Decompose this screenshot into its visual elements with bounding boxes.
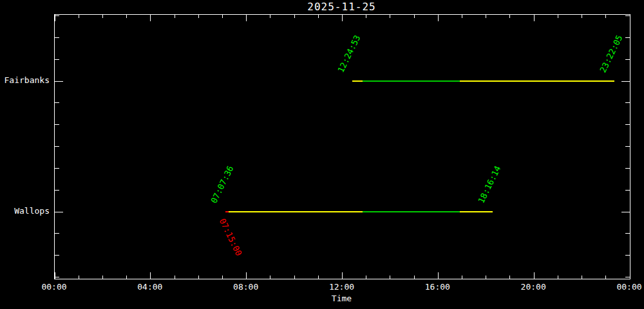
x-major-tick — [342, 15, 343, 21]
y-minor-tick — [625, 277, 630, 277]
x-minor-tick — [270, 15, 270, 18]
y-minor-tick — [625, 255, 630, 256]
x-major-tick — [438, 272, 439, 279]
x-tick-label: 00:00 — [32, 282, 77, 292]
x-major-tick — [150, 272, 151, 279]
x-minor-tick — [366, 276, 366, 279]
y-minor-tick — [625, 124, 630, 125]
y-major-tick — [55, 81, 63, 82]
x-major-tick — [438, 15, 439, 21]
pass-time-label: 12:24:53 — [336, 33, 362, 74]
y-axis-label-fairbanks: Fairbanks — [0, 75, 50, 85]
pass-time-label: 07:15:00 — [217, 217, 243, 258]
y-major-tick — [621, 212, 630, 212]
pass-line-segment — [352, 80, 363, 82]
x-minor-tick — [318, 15, 319, 18]
x-tick-label: 16:00 — [415, 282, 460, 292]
x-minor-tick — [558, 276, 558, 279]
y-axis-label-wallops: Wallops — [0, 206, 50, 216]
x-major-tick — [150, 15, 151, 21]
pass-time-label: 07:07:36 — [209, 164, 236, 205]
x-minor-tick — [390, 15, 390, 18]
x-minor-tick — [79, 15, 79, 18]
x-minor-tick — [102, 15, 103, 18]
x-minor-tick — [198, 276, 199, 279]
x-minor-tick — [294, 276, 295, 279]
x-minor-tick — [414, 15, 415, 18]
x-minor-tick — [222, 276, 223, 279]
y-minor-tick — [625, 233, 630, 234]
x-major-tick — [534, 15, 535, 21]
x-tick-label: 20:00 — [511, 282, 556, 292]
y-minor-tick — [55, 190, 59, 191]
x-minor-tick — [270, 276, 270, 279]
pass-line-segment — [229, 211, 363, 212]
pass-line-segment — [460, 80, 615, 82]
x-minor-tick — [486, 15, 486, 18]
x-major-tick — [55, 272, 55, 279]
x-minor-tick — [126, 15, 127, 18]
x-axis-title: Time — [54, 294, 629, 303]
y-minor-tick — [625, 15, 630, 16]
y-minor-tick — [625, 59, 630, 60]
x-minor-tick — [462, 15, 462, 18]
y-minor-tick — [55, 146, 59, 147]
x-minor-tick — [486, 276, 486, 279]
x-minor-tick — [175, 15, 175, 18]
x-minor-tick — [175, 276, 175, 279]
pass-line-segment — [460, 211, 493, 212]
y-minor-tick — [625, 146, 630, 147]
x-minor-tick — [366, 15, 366, 18]
pass-time-label: 23:22:05 — [598, 33, 625, 74]
x-tick-label: 12:00 — [319, 282, 365, 292]
y-minor-tick — [55, 102, 59, 103]
x-minor-tick — [126, 276, 127, 279]
x-tick-label: 04:00 — [128, 282, 173, 292]
timeline-chart: 2025-11-25 12:24:5323:22:0507:07:3618:16… — [0, 0, 644, 309]
x-minor-tick — [462, 276, 462, 279]
y-major-tick — [55, 212, 63, 212]
x-minor-tick — [222, 15, 223, 18]
y-minor-tick — [625, 190, 630, 191]
x-tick-label: 08:00 — [223, 282, 269, 292]
y-minor-tick — [55, 168, 59, 169]
x-major-tick — [246, 15, 247, 21]
y-minor-tick — [55, 59, 59, 60]
x-major-tick — [246, 272, 247, 279]
chart-title: 2025-11-25 — [54, 1, 629, 13]
plot-area: 12:24:5323:22:0507:07:3618:16:1407:15:00 — [54, 14, 630, 279]
x-major-tick — [630, 272, 630, 279]
x-minor-tick — [582, 15, 582, 18]
x-major-tick — [342, 272, 343, 279]
pass-line-segment — [363, 211, 460, 212]
x-minor-tick — [198, 15, 199, 18]
x-minor-tick — [414, 276, 415, 279]
y-minor-tick — [55, 37, 59, 38]
y-minor-tick — [55, 277, 59, 277]
y-minor-tick — [625, 168, 630, 169]
x-minor-tick — [605, 15, 606, 18]
x-minor-tick — [509, 15, 510, 18]
x-minor-tick — [79, 276, 79, 279]
x-minor-tick — [318, 276, 319, 279]
x-minor-tick — [390, 276, 390, 279]
y-minor-tick — [55, 124, 59, 125]
x-minor-tick — [509, 276, 510, 279]
y-minor-tick — [55, 15, 59, 16]
x-tick-label: 00:00 — [607, 282, 644, 292]
y-minor-tick — [55, 255, 59, 256]
x-major-tick — [534, 272, 535, 279]
y-minor-tick — [55, 233, 59, 234]
y-minor-tick — [625, 37, 630, 38]
y-minor-tick — [625, 102, 630, 103]
x-minor-tick — [294, 15, 295, 18]
x-minor-tick — [605, 276, 606, 279]
pass-time-label: 18:16:14 — [476, 164, 502, 205]
y-major-tick — [621, 81, 630, 82]
x-minor-tick — [582, 276, 582, 279]
x-minor-tick — [102, 276, 103, 279]
x-minor-tick — [558, 15, 558, 18]
pass-line-segment — [363, 80, 460, 82]
